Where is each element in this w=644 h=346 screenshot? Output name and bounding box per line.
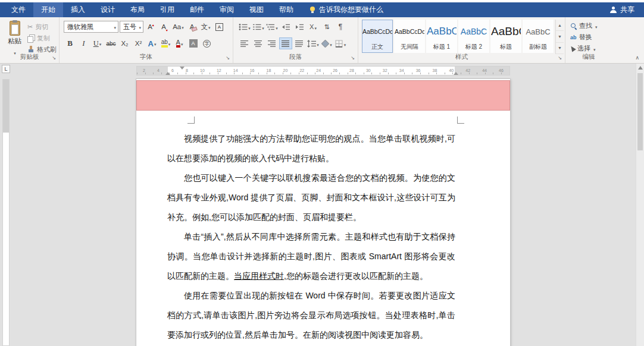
paragraph[interactable]: 您也可以键入一个关键字以联机搜索最适合您的文档的视频。为使您的文档具有专业外观,… <box>167 168 455 227</box>
left-indent-marker[interactable] <box>165 72 170 75</box>
tab-view[interactable]: 视图 <box>242 2 271 17</box>
borders-button[interactable] <box>334 37 347 49</box>
underline-icon: U <box>93 39 99 48</box>
asian-layout-button[interactable]: X <box>307 21 320 33</box>
style-item-副标题[interactable]: AaBbC副标题 <box>523 20 554 53</box>
tab-review[interactable]: 审阅 <box>212 2 242 17</box>
font-dialog-launcher-icon[interactable] <box>224 55 231 61</box>
chevron-down-icon[interactable] <box>343 38 346 49</box>
align-left-button[interactable] <box>238 37 251 49</box>
replace-icon: ab <box>570 34 577 40</box>
style-item-正文[interactable]: AaBbCcDc正文 <box>362 20 393 53</box>
show-marks-button[interactable]: ¶ <box>334 21 347 33</box>
chevron-down-icon[interactable] <box>99 40 102 47</box>
clear-formatting-button[interactable]: A <box>186 21 198 33</box>
chevron-down-icon[interactable] <box>138 23 141 30</box>
superscript-icon: X² <box>135 40 142 47</box>
chevron-down-icon[interactable] <box>329 38 332 49</box>
bold-button[interactable]: B <box>64 37 76 49</box>
subscript-icon: X₂ <box>121 40 128 47</box>
cut-label: 剪切 <box>35 23 48 32</box>
strikethrough-button[interactable]: abc <box>105 37 117 49</box>
shrink-font-button[interactable]: A <box>158 21 171 33</box>
multilevel-list-button[interactable] <box>265 21 279 33</box>
character-border-button[interactable]: A <box>213 21 226 33</box>
underline-button[interactable]: U <box>91 37 104 49</box>
chevron-down-icon[interactable] <box>275 21 278 32</box>
chevron-down-icon[interactable] <box>595 23 598 30</box>
styles-dialog-launcher-icon[interactable] <box>557 55 563 61</box>
change-case-button[interactable]: Aa <box>172 21 185 33</box>
highlight-color-button[interactable]: ab <box>160 37 172 49</box>
paragraph[interactable]: 视频提供了功能强大的方法帮助您证明您的观点。当您单击联机视频时,可以在想要添加的… <box>167 129 455 168</box>
share-button[interactable]: 共享 <box>600 2 644 17</box>
justify-button[interactable] <box>279 37 292 49</box>
first-line-indent-marker[interactable] <box>180 67 185 70</box>
subscript-button[interactable]: X₂ <box>118 37 131 49</box>
tab-stop-selector[interactable]: L <box>2 65 10 73</box>
font-size-combobox[interactable]: 五号 <box>120 21 143 33</box>
grow-font-button[interactable]: A <box>145 21 157 33</box>
font-color-button[interactable]: A <box>173 37 186 49</box>
font-name-combobox[interactable]: 微软雅黑 <box>64 21 118 33</box>
paragraph[interactable]: 使用在需要位置出现的新按钮在 Word 中保存时间。若要更改图片适应文档的方式,… <box>167 286 455 345</box>
tab-layout[interactable]: 布局 <box>123 2 152 17</box>
line-spacing-button[interactable] <box>307 37 320 49</box>
right-indent-marker[interactable] <box>454 72 458 75</box>
distribute-button[interactable] <box>293 37 306 49</box>
chevron-down-icon[interactable] <box>316 38 319 49</box>
find-button[interactable]: 查找 <box>570 21 612 31</box>
tab-help[interactable]: 帮助 <box>271 2 301 17</box>
chevron-down-icon[interactable] <box>593 45 596 52</box>
select-button[interactable]: 选择 <box>570 43 612 54</box>
collapse-ribbon-icon[interactable]: ∧ <box>635 55 639 61</box>
tab-design[interactable]: 设计 <box>93 2 123 17</box>
scroll-up-arrow-icon[interactable] <box>638 66 643 70</box>
style-item-无间隔[interactable]: AaBbCcDc无间隔 <box>394 20 425 53</box>
tab-file[interactable]: 文件 <box>4 2 33 17</box>
replace-button[interactable]: ab 替换 <box>570 32 612 42</box>
ruler-number: 2 <box>143 67 145 75</box>
tab-insert[interactable]: 插入 <box>63 2 93 17</box>
increase-indent-button[interactable] <box>293 21 306 33</box>
sort-button[interactable]: ⇅ <box>320 21 333 33</box>
align-center-button[interactable] <box>252 37 265 49</box>
tell-me-box[interactable]: 告诉我你想要做什么 <box>310 2 383 17</box>
style-item-标题 1[interactable]: AaBbC标题 1 <box>426 20 457 53</box>
chevron-down-icon[interactable] <box>113 23 116 30</box>
numbering-button[interactable] <box>252 21 265 33</box>
character-shading-button[interactable]: A <box>187 37 199 49</box>
cut-button[interactable]: 剪切 <box>26 21 58 32</box>
shading-button[interactable] <box>320 37 333 49</box>
tab-home[interactable]: 开始 <box>33 2 63 17</box>
styles-scroll-down-icon[interactable]: ▼ <box>556 31 564 42</box>
chevron-down-icon[interactable] <box>180 40 183 47</box>
tab-mailings[interactable]: 邮件 <box>182 2 212 17</box>
styles-scroll-up-icon[interactable]: ▲ <box>556 20 564 31</box>
enclose-characters-button[interactable]: 字 <box>201 37 213 49</box>
paragraph[interactable]: 单击“插入”,然后从不同库中选择所需元素。主题和样式也有助于文档保持协调。当您单… <box>167 227 455 286</box>
paragraph-dialog-launcher-icon[interactable] <box>349 55 356 61</box>
copy-button[interactable]: 复制 <box>26 33 58 43</box>
italic-button[interactable]: I <box>77 37 90 49</box>
decrease-indent-button[interactable] <box>279 21 292 33</box>
down-mark-icon <box>166 23 168 30</box>
align-right-button[interactable] <box>265 37 279 49</box>
clipboard-dialog-launcher-icon[interactable] <box>51 55 57 61</box>
styles-gallery: AaBbCcDc正文AaBbCcDc无间隔AaBbC标题 1AaBbC标题 2A… <box>362 20 554 54</box>
text-effects-button[interactable]: A <box>146 37 158 49</box>
chevron-down-icon[interactable] <box>261 21 264 32</box>
scrollbar-thumb[interactable] <box>637 73 643 150</box>
style-item-标题[interactable]: AaBbC标题 <box>490 20 521 53</box>
bullets-button[interactable] <box>238 21 251 33</box>
phonetic-guide-button[interactable]: 文 <box>199 21 212 33</box>
superscript-button[interactable]: X² <box>132 37 145 49</box>
chevron-down-icon[interactable] <box>248 21 251 32</box>
highlighted-header-shape[interactable] <box>136 80 510 111</box>
chevron-down-icon[interactable] <box>168 40 171 47</box>
multilevel-list-icon <box>266 23 275 31</box>
numbered-list-icon <box>252 23 261 31</box>
style-item-标题 2[interactable]: AaBbC标题 2 <box>458 20 489 53</box>
tab-references[interactable]: 引用 <box>152 2 182 17</box>
paste-button[interactable]: 粘贴 <box>3 20 26 57</box>
